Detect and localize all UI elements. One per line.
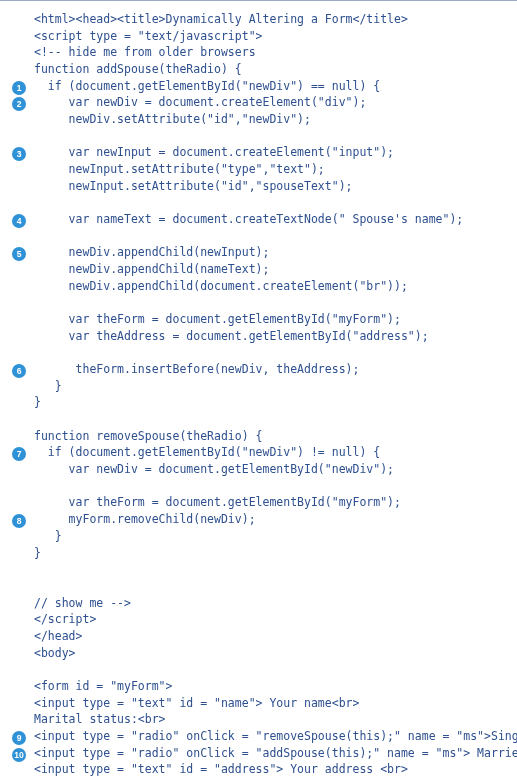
code-row: 9<input type = "radio" onClick = "remove… (12, 728, 505, 745)
code-text: </head> (34, 628, 505, 645)
code-text: newInput.setAttribute("id","spouseText")… (34, 178, 505, 195)
code-text: var theForm = document.getElementById("m… (34, 311, 505, 328)
code-row (12, 661, 505, 678)
code-row: 7 if (document.getElementById("newDiv") … (12, 444, 505, 461)
code-text: theForm.insertBefore(newDiv, theAddress)… (34, 361, 505, 378)
code-text: Marital status:<br> (34, 711, 505, 728)
code-row: // show me --> (12, 595, 505, 612)
annotation-bullet: 3 (12, 147, 26, 161)
code-row (12, 294, 505, 311)
code-text: newDiv.appendChild(newInput); (34, 244, 505, 261)
code-row: Marital status:<br> (12, 711, 505, 728)
code-text: <input type = "radio" onClick = "addSpou… (34, 745, 517, 762)
code-row: 8 myForm.removeChild(newDiv); (12, 511, 505, 528)
code-text: myForm.removeChild(newDiv); (34, 511, 505, 528)
annotation-bullet: 7 (12, 447, 26, 461)
code-text: var newInput = document.createElement("i… (34, 144, 505, 161)
code-row: <form id = "myForm"> (12, 678, 505, 695)
code-text (34, 228, 505, 245)
annotation-gutter: 3 (12, 144, 34, 161)
code-row: 1 if (document.getElementById("newDiv") … (12, 78, 505, 95)
annotation-bullet: 4 (12, 214, 26, 228)
code-row: <input type = "text" id = "address"> You… (12, 761, 505, 778)
code-text (34, 661, 505, 678)
code-text (34, 411, 505, 428)
annotation-gutter: 10 (12, 745, 34, 762)
code-row: var theForm = document.getElementById("m… (12, 494, 505, 511)
code-row: var theForm = document.getElementById("m… (12, 311, 505, 328)
code-listing: <html><head><title>Dynamically Altering … (0, 0, 517, 781)
code-text: if (document.getElementById("newDiv") !=… (34, 444, 505, 461)
code-text (34, 578, 505, 595)
code-row (12, 478, 505, 495)
code-text: var theAddress = document.getElementById… (34, 328, 505, 345)
annotation-bullet: 1 (12, 81, 26, 95)
annotation-bullet: 5 (12, 247, 26, 261)
code-text: } (34, 394, 505, 411)
code-text (34, 128, 505, 145)
annotation-gutter: 6 (12, 361, 34, 378)
code-text: <html><head><title>Dynamically Altering … (34, 11, 505, 28)
code-row: 3 var newInput = document.createElement(… (12, 144, 505, 161)
annotation-bullet: 6 (12, 364, 26, 378)
code-row (12, 411, 505, 428)
code-row: <script type = "text/javascript"> (12, 28, 505, 45)
code-text: <form id = "myForm"> (34, 678, 505, 695)
code-row: 6 theForm.insertBefore(newDiv, theAddres… (12, 361, 505, 378)
code-text (34, 294, 505, 311)
code-row: newDiv.appendChild(nameText); (12, 261, 505, 278)
code-text: <script type = "text/javascript"> (34, 28, 505, 45)
code-row: <!-- hide me from older browsers (12, 44, 505, 61)
code-text: </script> (34, 611, 505, 628)
code-text: function addSpouse(theRadio) { (34, 61, 505, 78)
code-text: <input type = "radio" onClick = "removeS… (34, 728, 517, 745)
code-row: function addSpouse(theRadio) { (12, 61, 505, 78)
code-text: newInput.setAttribute("type","text"); (34, 161, 505, 178)
code-row: <body> (12, 645, 505, 662)
code-text: newDiv.setAttribute("id","newDiv"); (34, 111, 505, 128)
code-row: 5 newDiv.appendChild(newInput); (12, 244, 505, 261)
annotation-gutter: 1 (12, 78, 34, 95)
code-row: function removeSpouse(theRadio) { (12, 428, 505, 445)
code-row (12, 344, 505, 361)
annotation-gutter: 2 (12, 94, 34, 111)
code-row: newInput.setAttribute("type","text"); (12, 161, 505, 178)
code-row: } (12, 545, 505, 562)
annotation-gutter: 9 (12, 728, 34, 745)
code-text: } (34, 545, 505, 562)
code-text: <body> (34, 645, 505, 662)
annotation-bullet: 9 (12, 731, 26, 745)
code-row: 2 var newDiv = document.createElement("d… (12, 94, 505, 111)
code-text (34, 478, 505, 495)
code-row (12, 228, 505, 245)
code-row: var theAddress = document.getElementById… (12, 328, 505, 345)
code-text (34, 561, 505, 578)
code-text: var newDiv = document.getElementById("ne… (34, 461, 505, 478)
code-text: // show me --> (34, 595, 505, 612)
code-text: <input type = "text" id = "name"> Your n… (34, 695, 505, 712)
code-row: </head> (12, 628, 505, 645)
code-row: newDiv.appendChild(document.createElemen… (12, 278, 505, 295)
annotation-gutter: 4 (12, 211, 34, 228)
code-text: <!-- hide me from older browsers (34, 44, 505, 61)
code-row (12, 194, 505, 211)
code-row: <input type = "text" id = "name"> Your n… (12, 695, 505, 712)
code-text: var nameText = document.createTextNode("… (34, 211, 505, 228)
code-row: <html><head><title>Dynamically Altering … (12, 11, 505, 28)
code-row (12, 578, 505, 595)
code-row: 10<input type = "radio" onClick = "addSp… (12, 745, 505, 762)
annotation-gutter: 5 (12, 244, 34, 261)
code-text: newDiv.appendChild(document.createElemen… (34, 278, 505, 295)
annotation-gutter: 7 (12, 444, 34, 461)
annotation-gutter: 8 (12, 511, 34, 528)
code-text (34, 194, 505, 211)
code-row: newInput.setAttribute("id","spouseText")… (12, 178, 505, 195)
code-text: newDiv.appendChild(nameText); (34, 261, 505, 278)
code-text: function removeSpouse(theRadio) { (34, 428, 505, 445)
code-text: var newDiv = document.createElement("div… (34, 94, 505, 111)
code-text: if (document.getElementById("newDiv") ==… (34, 78, 505, 95)
code-row: } (12, 378, 505, 395)
code-text: <input type = "text" id = "address"> You… (34, 761, 505, 778)
code-row (12, 561, 505, 578)
code-row: </script> (12, 611, 505, 628)
